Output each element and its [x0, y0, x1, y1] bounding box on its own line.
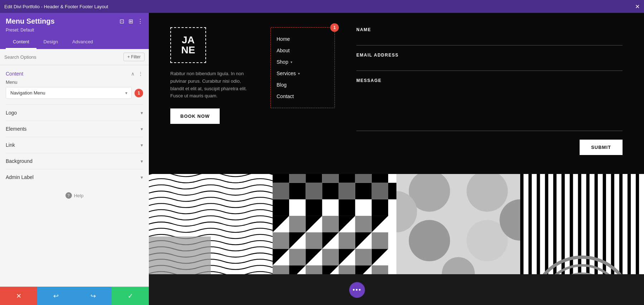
panel-icon-resize[interactable]: ⊡	[119, 18, 124, 25]
elements-section-header[interactable]: Elements ▾	[6, 121, 143, 137]
background-label: Background	[6, 158, 33, 164]
menu-dropdown-row: Navigation Menu ▾ 1	[6, 87, 143, 99]
float-action-button[interactable]: •••	[349, 282, 365, 298]
svg-rect-60	[537, 174, 540, 274]
svg-rect-36	[289, 216, 306, 232]
contact-email-field: EMAIL ADDRESS	[356, 53, 623, 71]
content-section-header[interactable]: Content ∧ ⋮	[6, 65, 143, 79]
svg-rect-39	[273, 232, 289, 249]
search-input[interactable]	[4, 54, 121, 60]
admin-label-section-header[interactable]: Admin Label ▾	[6, 169, 143, 185]
link-section: Link ▾	[6, 137, 143, 153]
nav-shop-arrow-icon: ▾	[291, 60, 292, 64]
content-collapse-icon[interactable]: ∧	[131, 71, 135, 77]
book-now-button[interactable]: BOOK NOW	[170, 108, 220, 124]
help-label[interactable]: Help	[74, 193, 84, 198]
filter-button[interactable]: + Filter	[123, 53, 145, 61]
portfolio-item-3[interactable]	[396, 174, 520, 274]
link-chevron-icon: ▾	[141, 142, 143, 148]
background-section-header[interactable]: Background ▾	[6, 153, 143, 169]
svg-rect-43	[289, 249, 306, 265]
content-section-icons: ∧ ⋮	[131, 71, 143, 77]
save-button[interactable]: ✓	[112, 287, 149, 305]
svg-rect-21	[372, 183, 388, 199]
close-icon[interactable]: ✕	[635, 3, 640, 10]
svg-rect-14	[372, 199, 388, 216]
svg-rect-69	[611, 174, 614, 274]
redo-button[interactable]: ↪	[74, 287, 112, 305]
svg-rect-16	[322, 174, 338, 183]
svg-rect-61	[545, 174, 548, 274]
name-input[interactable]	[356, 35, 623, 45]
footer-logo-text: JANE	[181, 35, 195, 55]
logo-section: Logo ▾	[6, 105, 143, 121]
contact-message-field: MESSAGE	[356, 78, 623, 132]
svg-rect-49	[372, 265, 388, 274]
search-row: + Filter	[0, 49, 149, 65]
elements-section: Elements ▾	[6, 121, 143, 137]
footer-preview: JANE Rabitur non bibendum ligula. In non…	[149, 13, 644, 174]
tab-design[interactable]: Design	[36, 35, 65, 49]
svg-rect-45	[355, 249, 372, 265]
submit-button[interactable]: SUBMIT	[580, 140, 623, 155]
message-textarea[interactable]	[356, 88, 623, 131]
bottom-toolbar: ✕ ↩ ↪ ✓	[0, 286, 149, 305]
portfolio-item-4[interactable]	[520, 174, 644, 274]
content-more-icon[interactable]: ⋮	[138, 71, 143, 77]
portfolio-item-2[interactable]	[273, 174, 396, 274]
panel-content: Content ∧ ⋮ Menu Navigation Menu ▾ 1 Log…	[0, 65, 149, 286]
svg-rect-6	[372, 174, 388, 183]
svg-rect-41	[339, 232, 355, 249]
svg-rect-68	[603, 174, 606, 274]
tab-advanced[interactable]: Advanced	[65, 35, 100, 49]
panel-icon-split[interactable]: ⊞	[128, 18, 133, 25]
portfolio-pattern-3	[396, 174, 520, 274]
portfolio-item-1[interactable]	[149, 174, 273, 274]
svg-rect-58	[520, 174, 523, 274]
admin-label-label: Admin Label	[6, 174, 34, 180]
nav-badge: 1	[330, 23, 339, 32]
portfolio-pattern-4	[520, 174, 644, 274]
window-title: Edit Divi Portfolio - Header & Footer Fo…	[4, 4, 108, 9]
menu-select[interactable]: Navigation Menu	[6, 87, 132, 99]
nav-item-contact[interactable]: Contact	[277, 91, 329, 102]
footer-logo-column: JANE Rabitur non bibendum ligula. In non…	[170, 27, 249, 160]
svg-rect-46	[273, 265, 289, 274]
undo-button[interactable]: ↩	[37, 287, 74, 305]
link-section-header[interactable]: Link ▾	[6, 137, 143, 153]
footer-contact-column: NAME EMAIL ADDRESS MESSAGE SUBMIT	[356, 27, 623, 160]
portfolio-pattern-1	[149, 174, 273, 274]
svg-rect-72	[636, 174, 639, 274]
logo-label: Logo	[6, 110, 17, 116]
nav-services-label: Services	[277, 71, 296, 76]
svg-rect-10	[388, 183, 396, 199]
svg-rect-13	[339, 199, 355, 216]
svg-rect-4	[306, 174, 322, 183]
link-label: Link	[6, 142, 15, 148]
menu-label: Menu	[6, 79, 143, 85]
tab-content[interactable]: Content	[6, 35, 36, 49]
nav-item-home[interactable]: Home	[277, 33, 329, 45]
nav-item-about[interactable]: About	[277, 45, 329, 56]
svg-rect-17	[355, 174, 372, 183]
svg-rect-38	[355, 216, 372, 232]
contact-name-field: NAME	[356, 27, 623, 45]
nav-item-blog[interactable]: Blog	[277, 79, 329, 91]
right-canvas: JANE Rabitur non bibendum ligula. In non…	[149, 13, 644, 305]
svg-rect-18	[273, 183, 289, 199]
background-section: Background ▾	[6, 153, 143, 169]
panel-title: Menu Settings	[6, 17, 55, 25]
panel-title-icons: ⊡ ⊞ ⋮	[119, 18, 143, 25]
email-input[interactable]	[356, 60, 623, 71]
panel-header: Menu Settings ⊡ ⊞ ⋮ Preset: Default Cont…	[0, 13, 149, 49]
svg-rect-44	[322, 249, 338, 265]
email-field-label: EMAIL ADDRESS	[356, 53, 623, 58]
logo-section-header[interactable]: Logo ▾	[6, 105, 143, 121]
footer-description: Rabitur non bibendum ligula. In non pulv…	[170, 70, 249, 100]
nav-item-services[interactable]: Services ▾	[277, 68, 329, 79]
preset-label[interactable]: Preset: Default	[6, 28, 34, 33]
cancel-button[interactable]: ✕	[0, 287, 37, 305]
panel-icon-more[interactable]: ⋮	[137, 18, 143, 25]
nav-item-shop[interactable]: Shop ▾	[277, 56, 329, 68]
nav-contact-label: Contact	[277, 93, 294, 99]
